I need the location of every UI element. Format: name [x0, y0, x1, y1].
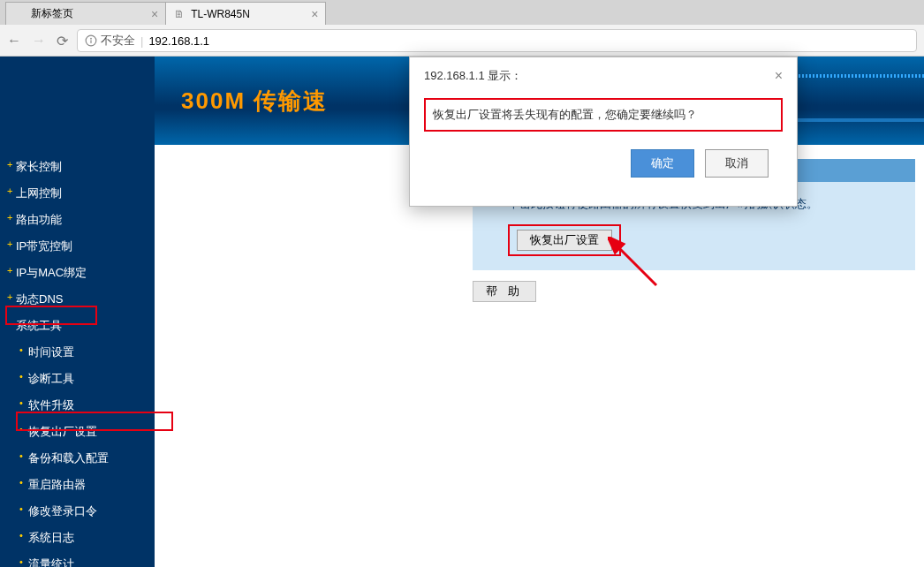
confirm-button[interactable]: 确定 [631, 149, 694, 178]
factory-reset-button[interactable]: 恢复出厂设置 [517, 230, 612, 251]
forward-icon[interactable]: → [32, 33, 46, 49]
sidebar-item-routing[interactable]: 路由功能 [0, 207, 155, 233]
svg-rect-2 [90, 40, 91, 43]
banner-headline: 300M 传输速 [181, 86, 328, 117]
document-icon: 🗎 [173, 8, 186, 20]
svg-point-1 [90, 38, 92, 40]
browser-url-row: ← → ⟳ 不安全 | 192.168.1.1 [0, 25, 924, 57]
cancel-button[interactable]: 取消 [705, 149, 769, 178]
sidebar-item-ipmac[interactable]: IP与MAC绑定 [0, 260, 155, 286]
sidebar-item-access[interactable]: 上网控制 [0, 180, 155, 207]
sidebar-item-parental[interactable]: 家长控制 [0, 154, 155, 180]
sidebar-sub-backup[interactable]: 备份和载入配置 [0, 445, 155, 472]
dialog-header-text: 192.168.1.1 显示： [424, 68, 522, 84]
browser-tab-new[interactable]: 新标签页 × [5, 2, 166, 25]
browser-chrome: 新标签页 × 🗎 TL-WR845N × ← → ⟳ 不安全 | 192.168… [0, 0, 924, 57]
annotation-highlight: 恢复出厂设置 [508, 224, 621, 256]
sidebar-sub-upgrade[interactable]: 软件升级 [0, 392, 155, 419]
tab-title: TL-WR845N [191, 8, 306, 20]
url-bar[interactable]: 不安全 | 192.168.1.1 [77, 29, 917, 52]
annotation-highlight: 恢复出厂设置将丢失现有的配置，您确定要继续吗？ [424, 98, 783, 132]
browser-tab-router[interactable]: 🗎 TL-WR845N × [165, 2, 326, 25]
insecure-badge: 不安全 [85, 33, 135, 49]
sidebar: 家长控制 上网控制 路由功能 IP带宽控制 IP与MAC绑定 动态DNS 系统工… [0, 57, 155, 567]
reload-icon[interactable]: ⟳ [57, 33, 68, 49]
sidebar-sub-password[interactable]: 修改登录口令 [0, 498, 155, 525]
sidebar-item-systools[interactable]: 系统工具 [0, 313, 155, 339]
close-icon[interactable]: × [775, 68, 783, 84]
confirm-dialog: 192.168.1.1 显示： × 恢复出厂设置将丢失现有的配置，您确定要继续吗… [409, 57, 798, 207]
close-icon[interactable]: × [311, 7, 318, 21]
sidebar-sub-diag[interactable]: 诊断工具 [0, 366, 155, 392]
tab-title: 新标签页 [31, 6, 146, 21]
url-text: 192.168.1.1 [148, 34, 209, 48]
sidebar-sub-time[interactable]: 时间设置 [0, 339, 155, 366]
sidebar-item-bandwidth[interactable]: IP带宽控制 [0, 233, 155, 260]
dialog-message: 恢复出厂设置将丢失现有的配置，您确定要继续吗？ [433, 108, 697, 121]
sidebar-item-ddns[interactable]: 动态DNS [0, 286, 155, 313]
sidebar-sub-factory[interactable]: 恢复出厂设置 [0, 419, 155, 445]
sidebar-sub-reboot[interactable]: 重启路由器 [0, 472, 155, 498]
info-icon [85, 34, 97, 47]
help-button[interactable]: 帮 助 [473, 281, 536, 302]
browser-tabs-row: 新标签页 × 🗎 TL-WR845N × [0, 0, 924, 25]
back-icon[interactable]: ← [7, 33, 21, 49]
close-icon[interactable]: × [151, 7, 158, 21]
insecure-label: 不安全 [101, 33, 135, 49]
sidebar-sub-log[interactable]: 系统日志 [0, 525, 155, 551]
document-icon [13, 8, 26, 20]
sidebar-sub-traffic[interactable]: 流量统计 [0, 551, 155, 567]
